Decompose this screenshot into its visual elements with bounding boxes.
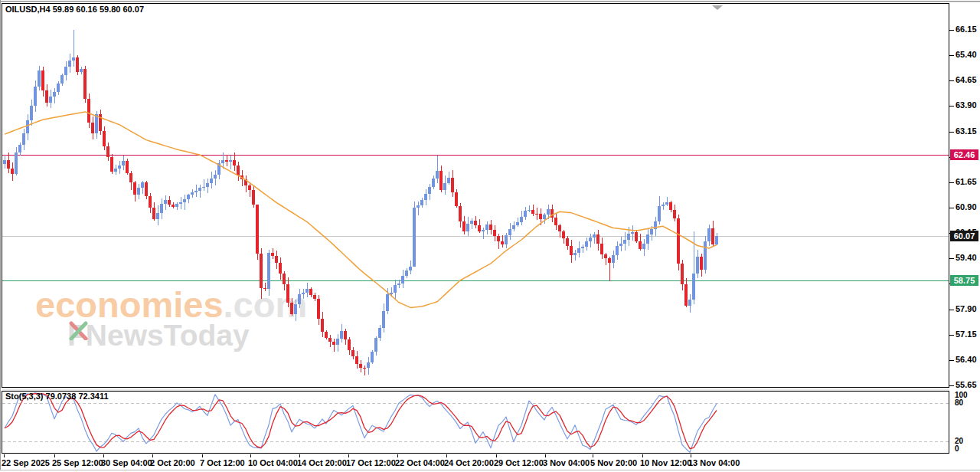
main-chart-area[interactable] (2, 3, 949, 388)
time-axis[interactable] (2, 454, 949, 470)
panel-splitter[interactable] (2, 388, 949, 391)
mt4-chart-window: economies.com FNewsToday OILUSD,H4 59.89… (0, 0, 980, 472)
stochastic-panel[interactable] (2, 391, 949, 454)
price-axis[interactable] (950, 3, 980, 454)
